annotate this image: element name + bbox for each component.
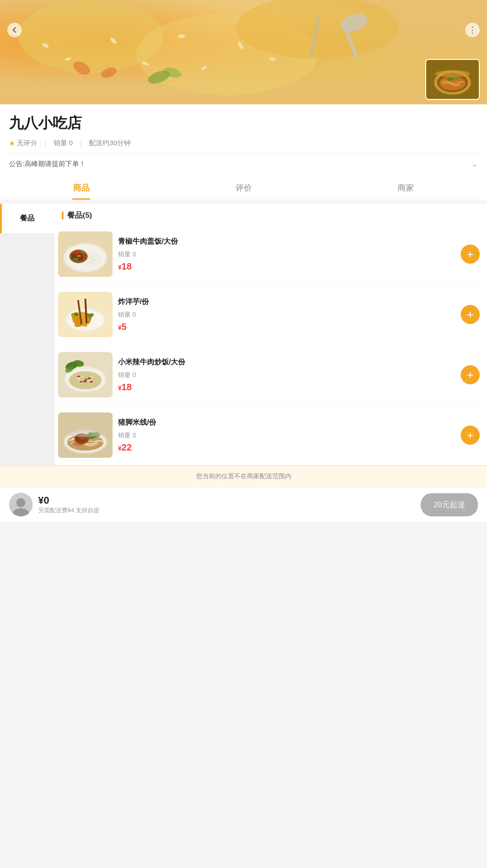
tab-reviews[interactable]: 评价 [162, 174, 325, 200]
product-info-2: 炸洋芋/份 销量 0 ¥5 [118, 297, 455, 332]
store-info-section: 九八小吃店 ★ 无评分 | 销量 0 | 配送约30分钟 公告:高峰期请提前下单… [0, 104, 487, 174]
product-name-3: 小米辣牛肉炒饭/大份 [118, 357, 455, 367]
svg-rect-65 [88, 378, 91, 379]
product-sales-2: 销量 0 [118, 311, 455, 319]
hero-image: ⋮ [0, 0, 487, 104]
product-image-1 [58, 231, 113, 277]
store-sales: 销量 0 [54, 139, 73, 147]
products-panel: 餐品(5) [54, 204, 487, 466]
product-name-4: 猪脚米线/份 [118, 417, 455, 427]
svg-point-7 [178, 34, 185, 38]
svg-point-79 [73, 441, 84, 446]
product-image-4 [58, 412, 113, 458]
product-sales-3: 销量 0 [118, 371, 455, 379]
cart-avatar [9, 493, 33, 516]
svg-rect-64 [83, 380, 87, 383]
product-item: 小米辣牛肉炒饭/大份 销量 0 ¥18 + [54, 345, 487, 405]
tab-products[interactable]: 商品 [0, 174, 162, 200]
product-sales-4: 销量 0 [118, 432, 455, 440]
store-name: 九八小吃店 [9, 113, 478, 133]
product-item: 猪脚米线/份 销量 0 ¥22 + [54, 405, 487, 466]
back-button[interactable] [7, 23, 22, 37]
section-header-bar [62, 211, 64, 220]
location-warning: 您当前的位置不在商家配送范围内 [0, 466, 487, 487]
more-button[interactable]: ⋮ [465, 23, 480, 37]
svg-rect-38 [77, 255, 81, 257]
checkout-button[interactable]: 20元起送 [421, 493, 478, 516]
product-info-3: 小米辣牛肉炒饭/大份 销量 0 ¥18 [118, 357, 455, 392]
add-to-cart-button-4[interactable]: + [461, 426, 480, 445]
add-to-cart-button-1[interactable]: + [461, 245, 480, 264]
product-price-2: ¥5 [118, 322, 455, 332]
product-sales-1: 销量 0 [118, 250, 455, 259]
product-image-3 [58, 352, 113, 397]
delivery-time: 配送约30分钟 [89, 139, 131, 147]
product-name-2: 炸洋芋/份 [118, 297, 455, 307]
cart-total: ¥0 [38, 495, 415, 506]
product-item: 炸洋芋/份 销量 0 ¥5 + [54, 284, 487, 345]
notice-chevron-icon: ⌄ [471, 159, 478, 169]
star-icon: ★ [9, 139, 15, 147]
store-notice[interactable]: 公告:高峰期请提前下单！ ⌄ [9, 153, 478, 174]
sidebar-item-food[interactable]: 餐品 [0, 204, 54, 233]
store-rating: ★ 无评分 [9, 139, 37, 147]
tab-merchant[interactable]: 商家 [325, 174, 487, 200]
store-thumbnail [425, 59, 480, 100]
cart-info: ¥0 另需配送费¥4 支持自提 [38, 495, 415, 515]
content-area: 餐品 餐品(5) [0, 204, 487, 466]
svg-point-80 [64, 428, 106, 437]
product-price-4: ¥22 [118, 442, 455, 453]
add-to-cart-button-3[interactable]: + [461, 365, 480, 384]
section-header: 餐品(5) [54, 204, 487, 224]
section-title: 餐品(5) [67, 210, 92, 221]
product-info-1: 青椒牛肉盖饭/大份 销量 0 ¥18 [118, 236, 455, 271]
product-name-1: 青椒牛肉盖饭/大份 [118, 236, 455, 246]
product-item: 青椒牛肉盖饭/大份 销量 0 ¥18 + [54, 224, 487, 284]
product-price-3: ¥18 [118, 382, 455, 392]
add-to-cart-button-2[interactable]: + [461, 305, 480, 324]
product-info-4: 猪脚米线/份 销量 0 ¥22 [118, 417, 455, 452]
store-meta: ★ 无评分 | 销量 0 | 配送约30分钟 [9, 139, 478, 147]
svg-point-24 [435, 70, 470, 77]
product-image-2 [58, 292, 113, 337]
svg-rect-63 [80, 381, 82, 383]
cart-meta: 另需配送费¥4 支持自提 [38, 506, 415, 515]
svg-point-82 [16, 498, 25, 507]
svg-rect-34 [74, 251, 79, 254]
svg-rect-35 [82, 254, 86, 256]
bottom-bar: ¥0 另需配送费¥4 支持自提 20元起送 [0, 487, 487, 522]
product-price-1: ¥18 [118, 261, 455, 272]
category-sidebar: 餐品 [0, 204, 54, 466]
svg-rect-60 [77, 376, 80, 377]
tab-bar: 商品 评价 商家 [0, 174, 487, 200]
